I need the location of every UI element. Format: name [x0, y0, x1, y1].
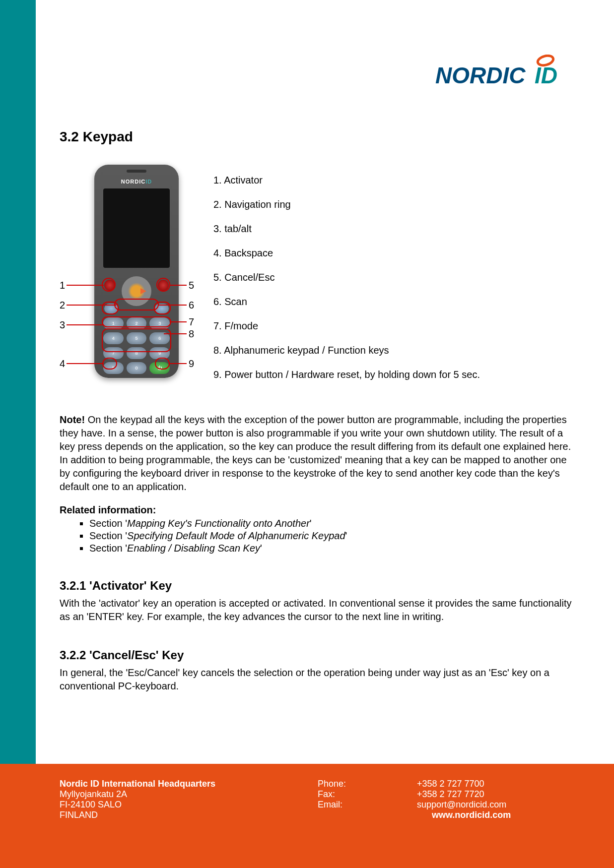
device-illustration: NORDICID 123 456 789 ⇧0⏻ [60, 165, 199, 393]
legend-item-3: 3. tab/alt [213, 223, 576, 235]
related-item-1: Section 'Mapping Key's Functionality ont… [89, 518, 576, 529]
nordicid-logo-icon: NORDIC ID [435, 55, 574, 94]
callout-7: 7 [189, 316, 194, 328]
callout-4: 4 [60, 358, 65, 370]
callout-9: 9 [189, 358, 194, 370]
legend-item-8: 8. Alphanumeric keypad / Function keys [213, 345, 576, 356]
callout-2: 2 [60, 300, 65, 311]
left-sidebar-bar [0, 0, 36, 764]
keypad-diagram: NORDICID 123 456 789 ⇧0⏻ [60, 165, 576, 393]
svg-text:NORDIC: NORDIC [435, 62, 526, 88]
callout-5: 5 [189, 280, 194, 291]
svg-text:ID: ID [535, 62, 557, 88]
subsection-title-cancel: 3.2.2 'Cancel/Esc' Key [60, 648, 576, 662]
callout-3: 3 [60, 319, 65, 331]
footer-addr3: FINLAND [60, 810, 278, 820]
note-text: On the keypad all the keys with the exce… [60, 414, 571, 492]
footer-addr1: Myllyojankatu 2A [60, 789, 278, 800]
footer-email-label: Email: [318, 800, 377, 810]
related-list: Section 'Mapping Key's Functionality ont… [89, 518, 576, 554]
legend-item-6: 6. Scan [213, 296, 576, 308]
callout-6: 6 [189, 300, 194, 311]
footer-addr2: FI-24100 SALO [60, 800, 278, 810]
legend-item-2: 2. Navigation ring [213, 199, 576, 210]
related-item-3: Section 'Enabling / Disabling Scan Key' [89, 543, 576, 554]
subsection-text-cancel: In general, the 'Esc/Cancel' key cancels… [60, 666, 576, 693]
footer: Nordic ID International Headquarters Myl… [60, 779, 576, 820]
callout-1: 1 [60, 280, 65, 291]
callout-8: 8 [189, 328, 194, 340]
subsection-title-activator: 3.2.1 'Activator' Key [60, 579, 576, 593]
section-title: 3.2 Keypad [60, 129, 576, 145]
legend-item-7: 7. F/mode [213, 320, 576, 332]
legend-item-5: 5. Cancel/Esc [213, 272, 576, 283]
note-label: Note! [60, 414, 85, 425]
related-heading: Related information: [60, 504, 576, 516]
footer-phone: +358 2 727 7700 [417, 779, 566, 789]
footer-phone-label: Phone: [318, 779, 377, 789]
footer-web: www.nordicid.com [432, 810, 566, 820]
footer-fax-label: Fax: [318, 789, 377, 800]
footer-hq: Nordic ID International Headquarters [60, 779, 278, 789]
footer-fax: +358 2 727 7720 [417, 789, 566, 800]
legend-item-4: 4. Backspace [213, 248, 576, 259]
legend-item-9: 9. Power button / Hardware reset, by hol… [213, 369, 576, 380]
footer-email: support@nordicid.com [417, 800, 566, 810]
legend-item-1: 1. Activator [213, 175, 576, 186]
brand-logo: NORDIC ID [435, 55, 574, 96]
note-paragraph: Note! On the keypad all the keys with th… [60, 413, 576, 494]
keypad-legend: 1. Activator 2. Navigation ring 3. tab/a… [213, 165, 576, 393]
subsection-text-activator: With the 'activator' key an operation is… [60, 597, 576, 623]
related-item-2: Section 'Specifying Default Mode of Alph… [89, 530, 576, 542]
